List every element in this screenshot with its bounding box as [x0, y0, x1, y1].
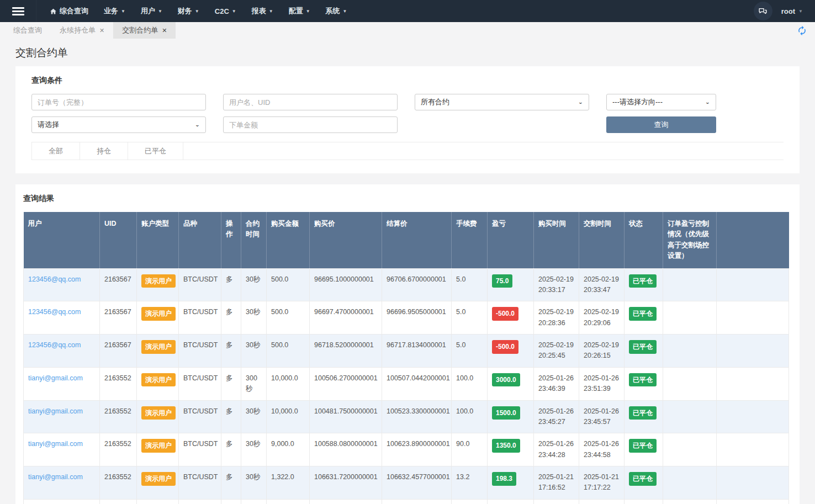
cell-amount: 500.0	[267, 335, 310, 368]
tab-label: 综合查询	[13, 25, 42, 35]
nav-item-label: 系统	[326, 6, 340, 16]
amount-input[interactable]	[223, 116, 398, 133]
cell-direction: 多	[221, 499, 241, 504]
cell-pnl-control	[663, 466, 717, 500]
table-header-row: 用户UID账户类型品种操作合约时间购买金额购买价结算价手续费盈亏购买时间交割时间…	[24, 212, 789, 268]
search-button[interactable]: 查询	[606, 116, 716, 133]
filter-tabs: 全部持仓已平仓	[31, 142, 784, 160]
cell-account-type: 演示用户	[137, 268, 179, 301]
pnl-badge: 75.0	[492, 274, 512, 288]
cell-user: tianyi@gmail.com	[24, 466, 100, 500]
chevron-down-icon: ⌄	[195, 122, 200, 128]
cell-amount: 500.0	[267, 301, 310, 335]
table-row: tianyi@gmail.com2163552演示用户BTC/USDT多30秒9…	[24, 433, 789, 466]
order-no-input[interactable]	[31, 94, 206, 110]
user-input[interactable]	[223, 94, 398, 110]
user-link[interactable]: tianyi@gmail.com	[28, 473, 83, 481]
cell-fee: 11.5	[452, 499, 488, 504]
cell-user: tianyi@gmail.com	[24, 400, 100, 433]
messages-button[interactable]	[754, 2, 772, 20]
cell-buy-price: 106485.2300000001	[310, 499, 382, 504]
cell-settle-time: 2025-01-2623:51:39	[579, 367, 625, 400]
tab-delivery-contracts[interactable]: 交割合约单✕	[113, 22, 176, 39]
pnl-badge: 1500.0	[492, 406, 520, 420]
cell-uid: 2163567	[100, 301, 137, 335]
account-type-badge: 演示用户	[141, 373, 176, 387]
cell-symbol: BTC/USDT	[179, 335, 221, 368]
tab-overview[interactable]: 综合查询	[4, 22, 51, 39]
status-select[interactable]: 请选择 ⌄	[31, 116, 206, 133]
cell-extra	[717, 433, 789, 466]
cell-duration: 30秒	[241, 301, 267, 335]
user-link[interactable]: tianyi@gmail.com	[28, 440, 83, 448]
nav-item-label: 用户	[141, 6, 155, 16]
cell-account-type: 演示用户	[137, 301, 179, 335]
nav-item-system[interactable]: 系统▼	[318, 0, 355, 22]
nav-item-finance[interactable]: 财务▼	[170, 0, 207, 22]
cell-status: 已平仓	[625, 268, 663, 301]
cell-fee: 5.0	[452, 268, 488, 301]
main-menu: 综合查询业务▼用户▼财务▼C2C▼报表▼配置▼系统▼	[42, 0, 354, 22]
nav-item-users[interactable]: 用户▼	[133, 0, 170, 22]
user-link[interactable]: 123456@qq.com	[28, 308, 81, 316]
status-badge: 已平仓	[629, 406, 657, 420]
cell-status: 已平仓	[625, 433, 663, 466]
cell-status: 已平仓	[625, 335, 663, 368]
cell-settle-price: 106632.4577000001	[382, 466, 452, 500]
close-icon[interactable]: ✕	[99, 27, 104, 34]
cell-pnl: 3000.0	[488, 367, 534, 400]
cell-settle-time: 2025-02-1920:29:06	[579, 301, 625, 335]
cell-account-type: 演示用户	[137, 335, 179, 368]
chevron-down-icon: ▼	[343, 9, 347, 14]
cell-extra	[717, 367, 789, 400]
cell-account-type: 演示用户	[137, 433, 179, 466]
user-link[interactable]: 123456@qq.com	[28, 275, 81, 283]
cell-direction: 多	[221, 301, 241, 335]
orders-tbody: 123456@qq.com2163567演示用户BTC/USDT多30秒500.…	[24, 268, 789, 504]
direction-select[interactable]: ---请选择方向--- ⌄	[606, 94, 716, 110]
refresh-icon	[797, 25, 807, 36]
tab-perpetual-positions[interactable]: 永续持仓单✕	[51, 22, 113, 39]
user-link[interactable]: tianyi@gmail.com	[28, 374, 83, 382]
cell-duration: 30秒	[241, 433, 267, 466]
nav-item-label: 报表	[252, 6, 266, 16]
nav-item-reports[interactable]: 报表▼	[244, 0, 281, 22]
filter-tab-closed[interactable]: 已平仓	[128, 142, 183, 160]
cell-extra	[717, 301, 789, 335]
nav-item-business[interactable]: 业务▼	[96, 0, 133, 22]
tab-label: 永续持仓单	[60, 25, 96, 35]
orders-table: 用户UID账户类型品种操作合约时间购买金额购买价结算价手续费盈亏购买时间交割时间…	[23, 212, 789, 504]
cell-account-type: 演示用户	[137, 367, 179, 400]
contract-select[interactable]: 所有合约 ⌄	[415, 94, 589, 110]
results-heading: 查询结果	[23, 194, 792, 204]
user-link[interactable]: 123456@qq.com	[28, 341, 81, 349]
filter-tab-all[interactable]: 全部	[31, 142, 80, 160]
account-type-badge: 演示用户	[141, 406, 176, 420]
nav-item-overview[interactable]: 综合查询	[42, 0, 96, 22]
nav-item-c2c[interactable]: C2C▼	[207, 0, 244, 22]
cell-settle-price: 106587.0800000001	[382, 499, 452, 504]
cell-settle-time: 2025-01-2117:15:49	[579, 499, 625, 504]
cell-buy-price: 96697.4700000001	[310, 301, 382, 335]
pnl-badge: 198.3	[492, 472, 516, 486]
user-link[interactable]: tianyi@gmail.com	[28, 407, 83, 415]
cell-pnl-control	[663, 335, 717, 368]
filter-tab-holding[interactable]: 持仓	[80, 142, 128, 160]
cell-buy-time: 2025-01-2623:44:28	[534, 433, 579, 466]
cell-direction: 多	[221, 466, 241, 500]
cell-uid: 2163552	[100, 466, 137, 500]
cell-pnl-control	[663, 499, 717, 504]
cell-symbol: BTC/USDT	[179, 499, 221, 504]
user-menu[interactable]: root ▼	[781, 7, 803, 15]
sidebar-toggle-button[interactable]	[0, 0, 36, 22]
cell-amount: 9,000.0	[267, 433, 310, 466]
close-icon[interactable]: ✕	[162, 27, 167, 34]
chevron-down-icon: ▼	[195, 9, 199, 14]
refresh-button[interactable]	[797, 22, 807, 39]
cell-duration: 300秒	[241, 367, 267, 400]
nav-item-settings[interactable]: 配置▼	[281, 0, 318, 22]
cell-pnl-control	[663, 301, 717, 335]
pnl-badge: 1350.0	[492, 439, 520, 453]
username-label: root	[781, 7, 795, 15]
chevron-down-icon: ⌄	[705, 99, 710, 105]
